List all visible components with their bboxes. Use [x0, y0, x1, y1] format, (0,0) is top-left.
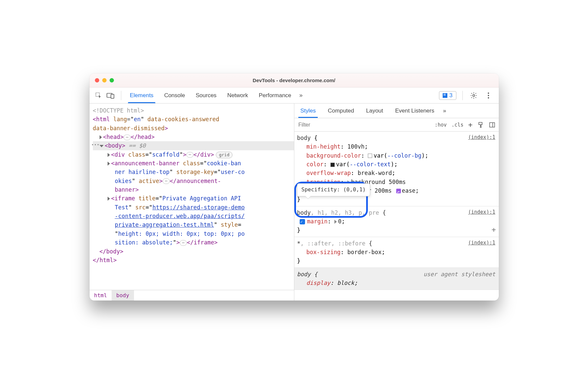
- tab-performance[interactable]: Performance: [253, 87, 296, 103]
- computed-sidebar-icon[interactable]: [489, 122, 495, 128]
- dom-tree[interactable]: <!DOCTYPE html> <html lang="en" data-coo…: [90, 104, 294, 290]
- styles-rules: Specificity: (0,0,1) body { (index):1 mi…: [294, 132, 499, 301]
- settings-gear-icon[interactable]: [469, 90, 479, 101]
- caret-right-icon[interactable]: [108, 162, 110, 166]
- toolbar-divider: [121, 91, 121, 100]
- dom-banner-l1[interactable]: <announcement-banner class="cookie-ban: [93, 159, 294, 168]
- rule-source-link[interactable]: (index):1: [468, 208, 495, 217]
- css-prop[interactable]: background-color: var(--color-bg);: [297, 151, 495, 160]
- prop-enabled-checkbox[interactable]: [300, 219, 305, 224]
- svg-rect-7: [489, 123, 494, 127]
- styles-tab-styles[interactable]: Styles: [294, 104, 322, 118]
- dom-iframe-l4[interactable]: private-aggregation-test.html" style=: [93, 220, 294, 229]
- svg-point-5: [488, 95, 489, 96]
- dom-banner-l4[interactable]: banner>: [93, 185, 294, 194]
- tab-console[interactable]: Console: [159, 87, 190, 103]
- window-title: DevTools - developer.chrome.com/: [90, 77, 499, 83]
- styles-tab-computed[interactable]: Computed: [322, 104, 360, 118]
- tab-elements[interactable]: Elements: [125, 87, 159, 103]
- add-property-button[interactable]: +: [491, 224, 496, 235]
- dom-iframe-l1[interactable]: <iframe title="Private Aggregation API: [93, 194, 294, 203]
- css-prop[interactable]: box-sizing: border-box;: [297, 248, 495, 256]
- svg-point-6: [488, 97, 489, 99]
- dom-body-selected[interactable]: <body> == $0: [93, 141, 294, 150]
- tab-sources[interactable]: Sources: [190, 87, 222, 103]
- css-prop[interactable]: margin: 0;: [297, 217, 495, 226]
- paint-flash-icon[interactable]: [477, 122, 484, 128]
- rule-selector[interactable]: body: [297, 135, 311, 141]
- caret-right-icon[interactable]: [108, 197, 110, 201]
- styles-tabs: Styles Computed Layout Event Listeners »: [294, 104, 499, 118]
- ellipsis-icon[interactable]: ⋯: [180, 240, 187, 246]
- toolbar-divider-2: [462, 91, 463, 100]
- ellipsis-icon[interactable]: ⋯: [124, 135, 131, 140]
- device-toolbar-icon[interactable]: [106, 90, 116, 101]
- style-rule[interactable]: *, ::after, ::before { (index):1 box-siz…: [294, 237, 499, 268]
- css-prop[interactable]: overflow-wrap: break-word;: [297, 169, 495, 177]
- caret-down-icon[interactable]: [100, 145, 104, 147]
- main-toolbar: Elements Console Sources Network Perform…: [90, 87, 499, 104]
- styles-tab-layout[interactable]: Layout: [360, 104, 389, 118]
- dom-head[interactable]: <head>⋯</head>: [93, 133, 294, 141]
- dom-banner-l3[interactable]: okies" active>⋯</announcement-: [93, 177, 294, 185]
- crumb-html[interactable]: html: [90, 290, 112, 301]
- more-tabs-button[interactable]: »: [297, 87, 305, 103]
- dom-body-close[interactable]: </body>: [93, 247, 294, 256]
- dom-html-close[interactable]: </html>: [93, 256, 294, 264]
- new-style-rule-button[interactable]: +: [468, 123, 472, 127]
- styles-tab-event-listeners[interactable]: Event Listeners: [389, 104, 440, 118]
- inspect-element-icon[interactable]: [94, 90, 104, 101]
- crumb-body[interactable]: body: [112, 290, 134, 301]
- devtools-window: DevTools - developer.chrome.com/ Element…: [90, 73, 499, 301]
- dom-banner-l2[interactable]: ner hairline-top" storage-key="user-co: [93, 168, 294, 176]
- issues-count: 3: [449, 92, 452, 99]
- rule-source-link[interactable]: (index):1: [468, 134, 495, 142]
- dom-iframe-l5[interactable]: "height: 0px; width: 0px; top: 0px; po: [93, 229, 294, 238]
- rule-selector: body {: [297, 270, 317, 278]
- elements-panel: <!DOCTYPE html> <html lang="en" data-coo…: [90, 104, 294, 301]
- issues-icon: [443, 93, 447, 98]
- bezier-editor-icon[interactable]: [396, 189, 401, 193]
- issues-badge[interactable]: 3: [439, 91, 456, 100]
- rule-selector[interactable]: body, h1, h2, h3, p, pre {: [297, 208, 386, 217]
- dom-html-open-2[interactable]: data-banner-dismissed>: [93, 124, 294, 133]
- rule-source-link[interactable]: (index):1: [468, 239, 495, 248]
- styles-more-tabs[interactable]: »: [440, 104, 449, 118]
- rule-selector[interactable]: *, ::after, ::before {: [297, 239, 372, 248]
- svg-point-3: [473, 95, 475, 97]
- dom-doctype[interactable]: <!DOCTYPE html>: [93, 106, 294, 115]
- styles-filter-tools: :hov .cls +: [435, 122, 499, 128]
- style-rule[interactable]: body, h1, h2, h3, p, pre { (index):1 mar…: [294, 206, 499, 237]
- main-tabs: Elements Console Sources Network Perform…: [125, 87, 305, 103]
- dom-iframe-l2[interactable]: Test" src="https://shared-storage-demo: [93, 203, 294, 212]
- specificity-tooltip: Specificity: (0,0,1): [297, 183, 370, 196]
- expand-shorthand-icon[interactable]: [334, 220, 337, 224]
- titlebar: DevTools - developer.chrome.com/: [90, 73, 499, 87]
- more-options-kebab-icon[interactable]: [483, 90, 493, 101]
- svg-point-4: [488, 92, 489, 94]
- ellipsis-icon[interactable]: ⋯: [186, 152, 193, 158]
- grid-pill[interactable]: grid: [216, 152, 232, 158]
- caret-right-icon[interactable]: [108, 153, 110, 157]
- dom-html-open[interactable]: <html lang="en" data-cookies-answered: [93, 115, 294, 124]
- caret-right-icon[interactable]: [100, 135, 102, 139]
- style-rule-ua[interactable]: body { user agent stylesheet display: bl…: [294, 268, 499, 290]
- styles-filter-input[interactable]: [294, 122, 435, 128]
- styles-panel: Styles Computed Layout Event Listeners »…: [294, 104, 499, 301]
- dom-iframe-l6[interactable]: sition: absolute;">⋯</iframe>: [93, 238, 294, 247]
- svg-rect-2: [111, 94, 114, 98]
- main-area: <!DOCTYPE html> <html lang="en" data-coo…: [90, 104, 499, 301]
- color-swatch-icon[interactable]: [368, 154, 372, 158]
- dom-breadcrumb: html body: [90, 290, 294, 301]
- rule-source-ua: user agent stylesheet: [424, 270, 495, 278]
- css-prop[interactable]: color: var(--color-text);: [297, 160, 495, 169]
- css-prop[interactable]: min-height: 100vh;: [297, 142, 495, 151]
- ellipsis-icon[interactable]: ⋯: [163, 178, 170, 184]
- tab-network[interactable]: Network: [222, 87, 253, 103]
- dom-iframe-l3[interactable]: -content-producer.web.app/paa/scripts/: [93, 212, 294, 220]
- hov-toggle[interactable]: :hov: [435, 122, 447, 128]
- color-swatch-icon[interactable]: [330, 163, 335, 167]
- dom-scaffold[interactable]: <div class="scaffold">⋯</div>grid: [93, 150, 294, 159]
- toolbar-right: 3: [439, 90, 495, 101]
- cls-toggle[interactable]: .cls: [451, 122, 463, 128]
